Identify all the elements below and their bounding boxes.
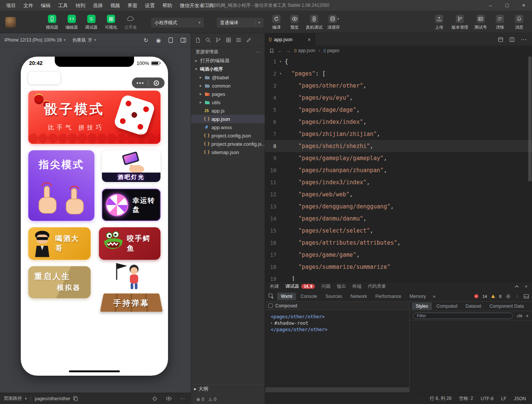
code-line[interactable]: 1{	[265, 56, 532, 68]
tab-terminal[interactable]: 终端	[352, 283, 361, 290]
composed-checkbox[interactable]	[268, 304, 273, 308]
close-capsule-icon[interactable]	[148, 80, 164, 86]
details-button[interactable]: 详情	[493, 15, 507, 30]
version-control-button[interactable]: 版本管理	[452, 15, 468, 30]
maximize-button[interactable]	[499, 0, 515, 11]
more-menu-icon[interactable]	[132, 82, 148, 84]
breadcrumb-node[interactable]: pages	[324, 48, 339, 53]
code-line[interactable]: 4 "pages/eyu/eyu",	[265, 92, 532, 104]
tree-file-app-js[interactable]: JS app.js	[191, 106, 265, 115]
upload-button[interactable]: 上传	[432, 15, 446, 30]
inspect-probe-icon[interactable]	[152, 396, 157, 401]
tab-app-json[interactable]: app.json	[265, 33, 315, 46]
tab-debugger[interactable]: 调试器14, 8	[285, 283, 315, 290]
devtools-tab-network[interactable]: Network	[347, 293, 371, 300]
cls-toggle[interactable]: .cls	[516, 313, 523, 318]
menu-item-help[interactable]: 帮助	[159, 0, 176, 11]
wxml-shadow-root[interactable]: #shadow-root	[271, 320, 404, 326]
tree-project-root[interactable]: 喝酒小程序	[191, 65, 265, 73]
extensions-icon[interactable]	[226, 37, 231, 43]
menu-item-edit[interactable]: 编辑	[37, 0, 54, 11]
code-line[interactable]: 10 "pages/zhuanpan/zhuanpan",	[265, 164, 532, 176]
inspect-icon[interactable]	[268, 293, 274, 299]
tree-file-project-config[interactable]: project.config.json	[191, 131, 265, 140]
more-icon[interactable]	[180, 396, 185, 401]
code-line[interactable]: 13 "pages/dengguang/dengguang",	[265, 200, 532, 213]
language-mode[interactable]: JSON	[514, 396, 526, 401]
page-path-value[interactable]: pages/other/other	[35, 396, 70, 401]
nav-back-icon[interactable]	[278, 48, 282, 53]
more-tabs-icon[interactable]: »	[430, 293, 438, 299]
bookmark-icon[interactable]	[269, 48, 274, 53]
scrollbar-thumb[interactable]	[528, 57, 532, 181]
device-debug-button[interactable]: 真机调试	[306, 15, 322, 30]
horizontal-scrollbar[interactable]	[265, 387, 409, 392]
menu-item-goto[interactable]: 转到	[72, 0, 89, 11]
theme-pen-icon[interactable]	[246, 38, 251, 43]
code-line[interactable]: 14 "pages/danmu/danmu",	[265, 213, 532, 225]
more-icon[interactable]	[256, 50, 260, 54]
code-line[interactable]: 15 "pages/select/select",	[265, 225, 532, 237]
outline-section[interactable]: 大纲	[191, 384, 265, 393]
code-line[interactable]: 3 "pages/other/other",	[265, 80, 532, 92]
style-filter-input[interactable]	[413, 313, 513, 319]
refresh-icon[interactable]	[143, 37, 148, 43]
files-icon[interactable]	[195, 37, 200, 43]
tile-drinking-bro[interactable]: 喝酒大哥	[28, 227, 91, 260]
compile-mode-select[interactable]: 普通编译	[217, 18, 264, 28]
tile-restart-life[interactable]: 重启人生 模拟器	[28, 266, 91, 298]
tree-folder-pages[interactable]: pages	[191, 90, 265, 98]
menu-item-tools[interactable]: 工具	[54, 0, 72, 11]
close-tab-icon[interactable]	[308, 37, 311, 42]
test-account-button[interactable]: 测试号	[474, 15, 487, 30]
code-line[interactable]: 12 "pages/web/web",	[265, 188, 532, 200]
preview-button[interactable]: 预览	[288, 15, 301, 30]
layout-icon[interactable]	[180, 38, 186, 43]
dock-panel-icon[interactable]	[524, 294, 529, 299]
tab-build[interactable]: 构建	[270, 283, 279, 290]
source-control-icon[interactable]	[216, 37, 221, 43]
tab-dataset[interactable]: Dataset	[462, 302, 485, 310]
warning-count[interactable]: 8	[499, 294, 501, 299]
open-preview-icon[interactable]	[498, 37, 503, 42]
menu-item-file[interactable]: 文件	[20, 0, 37, 11]
device-select[interactable]: iPhone 12/13 (Pro) 100% 16	[5, 37, 65, 43]
breadcrumb-file[interactable]: app.json	[294, 48, 315, 53]
code-line[interactable]: 7 "pages/zhijian/zhijian",	[265, 128, 532, 140]
clear-cache-button[interactable]: 清缓存	[327, 15, 341, 30]
page-path-label[interactable]: 页面路径	[4, 395, 22, 402]
cursor-position[interactable]: 行 8, 列 28	[430, 395, 451, 402]
wxml-close-tag[interactable]: </pages/other/other>	[271, 326, 404, 333]
menu-item-settings[interactable]: 设置	[141, 0, 159, 11]
fold-icon[interactable]	[276, 60, 285, 63]
code-line-current[interactable]: 8 "pages/shezhi/shezhi",	[265, 140, 532, 152]
tile-fingertip-mode[interactable]: 指尖模式	[28, 150, 94, 221]
tab-computed[interactable]: Computed	[433, 302, 461, 310]
code-line[interactable]: 9 "pages/gameplay/gameplay",	[265, 152, 532, 164]
tree-folder-babel[interactable]: @babel	[191, 73, 265, 82]
tile-lucky-wheel[interactable]: 幸运转盘	[102, 189, 160, 221]
error-count[interactable]: 14	[483, 294, 487, 299]
collapse-panel-icon[interactable]	[515, 285, 519, 288]
copy-icon[interactable]	[73, 396, 78, 401]
search-icon[interactable]	[205, 37, 211, 43]
debugger-toggle-button[interactable]: 调试器	[85, 15, 98, 30]
close-button[interactable]	[515, 0, 532, 11]
tree-folder-utils[interactable]: utils	[191, 98, 265, 106]
code-line[interactable]: 19 ]	[265, 273, 532, 281]
encoding[interactable]: UTF-8	[481, 396, 493, 401]
chevron-down-icon[interactable]	[338, 17, 339, 21]
minimize-button[interactable]	[482, 0, 499, 11]
devtools-tab-memory[interactable]: Memory	[406, 293, 430, 300]
code-line[interactable]: 6 "pages/index/index",	[265, 116, 532, 128]
devtools-tab-console[interactable]: Console	[297, 293, 321, 300]
gear-icon[interactable]	[506, 294, 511, 299]
visual-toggle-button[interactable]: 可视化	[104, 15, 118, 30]
tile-bar-light[interactable]: 酒吧灯光	[102, 150, 160, 182]
messages-button[interactable]: 消息	[512, 15, 526, 30]
devtools-tab-wxml[interactable]: Wxml	[277, 293, 296, 300]
code-line[interactable]: 2 "pages": [	[265, 68, 532, 80]
mini-program-capsule[interactable]	[132, 77, 165, 88]
error-count[interactable]: 0	[196, 397, 204, 402]
more-icon[interactable]	[521, 37, 527, 43]
